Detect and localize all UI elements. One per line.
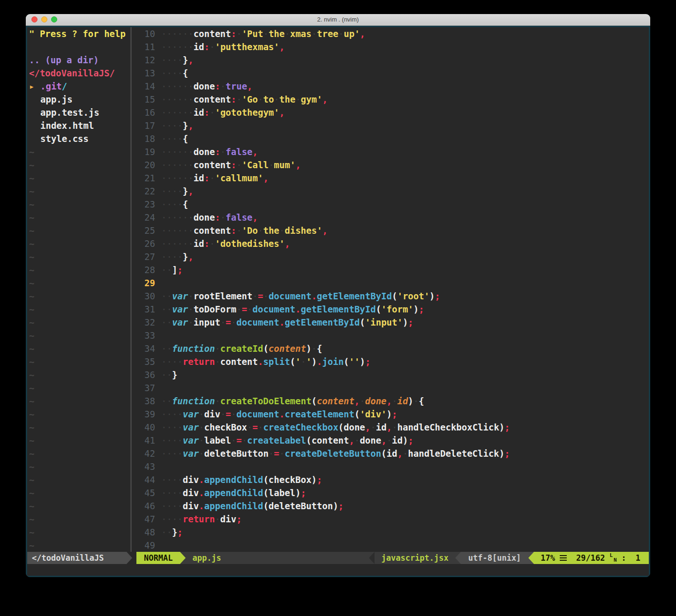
traffic-lights (31, 16, 57, 22)
code-line[interactable]: 40····var·checkBox·=·createCheckbox(done… (141, 421, 649, 434)
empty-line-tilde: ~ (29, 499, 130, 512)
code-line[interactable]: 32··var·input·=·document.getElementById(… (141, 316, 649, 329)
code-line[interactable]: 15······content:·'Go·to·the·gym', (141, 93, 649, 106)
empty-line-tilde: ~ (29, 145, 130, 158)
code-line[interactable]: 23····{ (141, 198, 649, 211)
code-text: ····var·label·=·createLabel(content,·don… (161, 434, 413, 447)
code-line[interactable]: 38··function·createToDoElement(content,·… (141, 394, 649, 408)
line-number: 21 (141, 171, 155, 185)
line-number: 32 (141, 316, 155, 329)
line-number: 44 (141, 473, 155, 486)
empty-line-tilde: ~ (29, 539, 130, 552)
code-line[interactable]: 35····return·content.split('·').join('')… (141, 355, 649, 368)
code-line[interactable]: 37 (141, 381, 649, 394)
code-line[interactable]: 27····}, (141, 250, 649, 263)
tree-root[interactable]: </todoVanillaJS/ (29, 67, 130, 80)
line-number: 35 (141, 355, 155, 368)
empty-line-tilde: ~ (29, 263, 130, 276)
column-number: 1 (636, 552, 640, 564)
zoom-button[interactable] (51, 16, 57, 22)
powerline-arrow-left-icon (455, 552, 461, 564)
status-spacer (221, 552, 369, 564)
terminal-window: 2. nvim . (nvim) " Press ? for help.. (u… (26, 14, 650, 577)
empty-line-tilde: ~ (29, 185, 130, 198)
line-number: 28 (141, 263, 155, 276)
code-line[interactable]: 29 (141, 276, 649, 289)
empty-line-tilde: ~ (29, 198, 130, 211)
code-text: ····return·content.split('·').join(''); (161, 355, 370, 368)
line-number: 49 (141, 539, 155, 552)
window-title: 2. nvim . (nvim) (26, 14, 650, 25)
tree-file-item[interactable]: index.html (29, 119, 130, 132)
code-line[interactable]: 18····{ (141, 132, 649, 145)
code-line[interactable]: 26······id:·'dothedishes', (141, 237, 649, 250)
code-line[interactable]: 12····}, (141, 53, 649, 67)
tree-file-item[interactable]: style.css (29, 132, 130, 145)
code-line[interactable]: 30··var·rootElement·=·document.getElemen… (141, 289, 649, 303)
code-text: ··var·input·=·document.getElementById('i… (161, 316, 413, 329)
code-line[interactable]: 49 (141, 539, 649, 552)
status-middle-segment: app.js javascript.jsx (186, 552, 455, 564)
code-line[interactable]: 48··}; (141, 526, 649, 539)
code-line[interactable]: 39····var·div·=·document.createElement('… (141, 408, 649, 421)
code-text: ··]; (161, 263, 183, 276)
nerdtree-sidebar[interactable]: " Press ? for help.. (up a dir)</todoVan… (27, 27, 130, 552)
collapsed-dir-arrow-icon[interactable]: ▸ (29, 80, 40, 93)
line-number: 38 (141, 394, 155, 408)
code-line[interactable]: 17····}, (141, 119, 649, 132)
empty-line-tilde: ~ (29, 447, 130, 460)
empty-line-tilde: ~ (29, 355, 130, 368)
tree-file-item[interactable]: app.js (29, 93, 130, 106)
close-button[interactable] (31, 16, 38, 22)
code-line[interactable]: 41····var·label·=·createLabel(content,·d… (141, 434, 649, 447)
code-line[interactable]: 44····div.appendChild(checkBox); (141, 473, 649, 486)
code-text: ··var·toDoForm·=·document.getElementById… (161, 303, 424, 316)
code-text: ····var·div·=·document.createElement('di… (161, 408, 397, 421)
code-line[interactable]: 46····div.appendChild(deleteButton); (141, 499, 649, 512)
colon-separator: : (622, 552, 626, 564)
code-line[interactable]: 10······content:·'Put·the·xmas·tree·up', (141, 27, 649, 40)
empty-line-tilde: ~ (29, 381, 130, 394)
terminal-content: " Press ? for help.. (up a dir)</todoVan… (26, 26, 650, 577)
code-line[interactable]: 20······content:·'Call·mum', (141, 158, 649, 171)
code-line[interactable]: 33 (141, 329, 649, 342)
code-line[interactable]: 43 (141, 460, 649, 473)
code-line[interactable]: 42····var·deleteButton·=·createDeleteBut… (141, 447, 649, 460)
tree-updir[interactable]: .. (up a dir) (29, 53, 130, 67)
code-line[interactable]: 11······id:·'putthexmas', (141, 40, 649, 53)
code-line[interactable]: 24······done:·false, (141, 211, 649, 224)
ln-stacked-icon: LN (610, 554, 617, 562)
code-text: ··} (161, 368, 177, 381)
line-number: 42 (141, 447, 155, 460)
desktop-background: 2. nvim . (nvim) " Press ? for help.. (u… (0, 0, 676, 616)
line-number: 16 (141, 106, 155, 119)
code-text: ··var·rootElement·=·document.getElementB… (161, 289, 440, 303)
code-line[interactable]: 31··var·toDoForm·=·document.getElementBy… (141, 303, 649, 316)
line-number: 15 (141, 93, 155, 106)
empty-line-tilde: ~ (29, 368, 130, 381)
code-line[interactable]: 22····}, (141, 185, 649, 198)
code-text: ······id:·'gotothegym', (161, 106, 285, 119)
code-line[interactable]: 14······done:·true, (141, 80, 649, 93)
empty-line-tilde: ~ (29, 408, 130, 421)
code-line[interactable]: 28··]; (141, 263, 649, 276)
line-number: 20 (141, 158, 155, 171)
code-line[interactable]: 19······done:·false, (141, 145, 649, 158)
code-line[interactable]: 16······id:·'gotothegym', (141, 106, 649, 119)
tree-file-item[interactable]: app.test.js (29, 106, 130, 119)
editor-buffer[interactable]: 10······content:·'Put·the·xmas·tree·up',… (132, 27, 649, 552)
code-line[interactable]: 25······content:·'Do·the·dishes', (141, 224, 649, 237)
code-line[interactable]: 47····return·div; (141, 512, 649, 526)
line-number: 18 (141, 132, 155, 145)
line-number: 48 (141, 526, 155, 539)
code-line[interactable]: 45····div.appendChild(label); (141, 486, 649, 499)
code-line[interactable]: 36··} (141, 368, 649, 381)
code-line[interactable]: 21······id:·'callmum', (141, 171, 649, 185)
tree-dir-item[interactable]: ▸.git/ (29, 80, 130, 93)
empty-line-tilde: ~ (29, 289, 130, 303)
minimize-button[interactable] (41, 16, 47, 22)
code-line[interactable]: 34··function·createId(content)·{ (141, 342, 649, 355)
code-line[interactable]: 13····{ (141, 67, 649, 80)
empty-line-tilde: ~ (29, 276, 130, 289)
powerline-arrow-right-icon (180, 552, 186, 564)
